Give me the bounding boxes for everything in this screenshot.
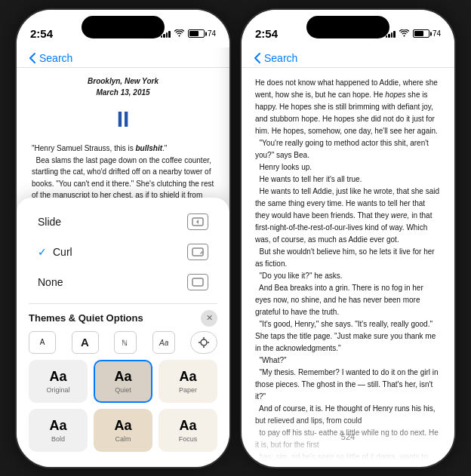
none-icon-box	[187, 274, 208, 290]
theme-original[interactable]: Aa Original	[29, 360, 88, 403]
back-button-left[interactable]: Search	[29, 52, 72, 64]
battery-label-left: 74	[208, 29, 216, 38]
font-small-button[interactable]: A	[29, 331, 56, 354]
slide-options: Slide ✓ Curl	[29, 207, 217, 297]
font-serif-button[interactable]: Aa	[152, 331, 175, 354]
theme-bold[interactable]: Aa Bold	[29, 409, 88, 452]
divider-1	[29, 303, 217, 304]
slide-icon-box	[187, 213, 208, 230]
dynamic-island-right	[306, 16, 389, 38]
brightness-button[interactable]	[190, 331, 217, 354]
phones-container: 2:54 74	[15, 8, 456, 468]
theme-calm[interactable]: Aa Calm	[94, 409, 152, 452]
font-large-button[interactable]: A	[72, 331, 99, 354]
theme-original-aa: Aa	[49, 369, 66, 385]
theme-focus-label: Focus	[179, 435, 198, 443]
book-location: Brooklyn, New YorkMarch 13, 2015	[32, 75, 214, 99]
book-text-right: He does not know what happened to Addie,…	[255, 77, 441, 460]
time-right: 2:54	[255, 27, 278, 40]
slide-option-none[interactable]: None	[29, 267, 217, 297]
font-size-row: A A ℕ Aa	[29, 331, 217, 354]
dynamic-island	[82, 16, 165, 38]
back-label-left: Search	[39, 52, 72, 64]
back-button-right[interactable]: Search	[254, 52, 297, 64]
theme-paper[interactable]: Aa Paper	[159, 360, 217, 403]
status-icons-right: 74	[386, 29, 441, 38]
theme-original-label: Original	[46, 386, 69, 394]
curl-check: ✓	[38, 246, 47, 258]
theme-quiet-label: Quiet	[115, 386, 131, 394]
battery-icon	[188, 29, 205, 38]
page-number: 524	[242, 429, 454, 444]
svg-text:Aa: Aa	[159, 339, 169, 347]
status-icons-left: 74	[161, 29, 216, 38]
nav-bar-left[interactable]: Search	[17, 48, 229, 68]
theme-quiet[interactable]: Aa Quiet	[94, 360, 152, 403]
battery-icon-right	[413, 29, 429, 38]
nav-bar-right[interactable]: Search	[242, 48, 454, 68]
font-style-button[interactable]: ℕ	[114, 331, 137, 354]
svg-text:ℕ: ℕ	[122, 339, 128, 347]
bottom-panel: Slide ✓ Curl	[17, 198, 229, 467]
curl-icon-box	[187, 244, 208, 260]
chapter-number: II	[32, 102, 214, 137]
themes-title: Themes & Quiet Options	[29, 312, 143, 324]
left-phone: 2:54 74	[15, 8, 231, 468]
theme-paper-aa: Aa	[179, 369, 196, 385]
book-content-right: He does not know what happened to Addie,…	[242, 68, 454, 460]
theme-bold-aa: Aa	[49, 418, 66, 434]
slide-label: Slide	[38, 216, 61, 228]
theme-focus[interactable]: Aa Focus	[159, 409, 217, 452]
back-label-right: Search	[264, 52, 297, 64]
svg-rect-1	[192, 248, 203, 256]
wifi-icon-right	[399, 29, 409, 38]
time-left: 2:54	[30, 27, 53, 40]
themes-header: Themes & Quiet Options ✕	[29, 307, 217, 331]
slide-option-curl[interactable]: ✓ Curl	[29, 237, 217, 267]
theme-focus-aa: Aa	[179, 418, 196, 434]
svg-point-5	[201, 339, 207, 345]
theme-bold-label: Bold	[51, 435, 65, 443]
theme-paper-label: Paper	[179, 386, 197, 394]
wifi-icon	[174, 29, 184, 38]
theme-calm-aa: Aa	[114, 418, 131, 434]
theme-quiet-aa: Aa	[114, 369, 131, 385]
close-button[interactable]: ✕	[201, 310, 217, 327]
curl-label: Curl	[53, 246, 72, 258]
theme-calm-label: Calm	[115, 435, 131, 443]
right-phone: 2:54 74	[240, 8, 456, 468]
battery-label-right: 74	[433, 29, 441, 38]
none-label: None	[38, 276, 63, 288]
slide-option-slide[interactable]: Slide	[29, 207, 217, 237]
themes-grid: Aa Original Aa Quiet Aa Paper Aa Bold Aa	[29, 360, 217, 452]
svg-rect-2	[192, 278, 203, 286]
